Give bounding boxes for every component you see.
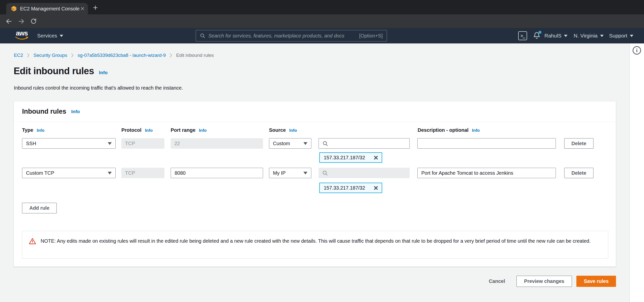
region-label: N. Virginia bbox=[574, 33, 598, 39]
breadcrumb-ec2[interactable]: EC2 bbox=[14, 53, 23, 58]
chevron-down-icon bbox=[108, 172, 112, 175]
column-header-protocol: ProtocolInfo bbox=[121, 127, 152, 133]
cidr-chip-row2: 157.33.217.187/32 × bbox=[319, 183, 382, 193]
tab-title: EC2 Management Console bbox=[20, 6, 80, 12]
description-input-row1[interactable] bbox=[417, 138, 556, 149]
cancel-button[interactable]: Cancel bbox=[489, 278, 505, 284]
search-icon bbox=[200, 33, 205, 39]
inbound-rules-panel: Inbound rules Info TypeInfo ProtocolInfo… bbox=[14, 101, 616, 267]
screen: EC2 Management Console × + console.aws.a… bbox=[0, 0, 644, 302]
forward-icon[interactable] bbox=[18, 18, 25, 25]
aws-favicon-icon bbox=[11, 6, 16, 12]
aws-logo[interactable]: aws bbox=[14, 30, 29, 41]
services-label: Services bbox=[37, 33, 57, 39]
chevron-down-icon bbox=[304, 142, 308, 145]
chevron-right-icon bbox=[170, 53, 172, 58]
add-rule-button[interactable]: Add rule bbox=[22, 203, 57, 213]
browser-tab-bar: EC2 Management Console × + bbox=[0, 0, 644, 14]
support-label: Support bbox=[609, 33, 628, 39]
source-info-link[interactable]: Info bbox=[289, 128, 297, 133]
chevron-right-icon bbox=[27, 53, 30, 58]
search-icon bbox=[322, 170, 328, 176]
support-menu[interactable]: Support bbox=[609, 28, 633, 43]
panel-title: Inbound rules bbox=[22, 108, 66, 115]
aws-search-input[interactable]: Search for services, features, marketpla… bbox=[196, 30, 387, 41]
preview-changes-button[interactable]: Preview changes bbox=[516, 276, 572, 287]
new-tab-button[interactable]: + bbox=[93, 3, 98, 13]
account-menu[interactable]: RahulS bbox=[544, 28, 568, 43]
search-placeholder: Search for services, features, marketpla… bbox=[208, 33, 356, 39]
page-title-info-link[interactable]: Info bbox=[99, 70, 108, 75]
remove-cidr-icon[interactable]: × bbox=[374, 154, 378, 161]
delete-button-row1[interactable]: Delete bbox=[564, 138, 594, 149]
save-rules-button[interactable]: Save rules bbox=[576, 276, 616, 287]
description-input-row2[interactable]: Port for Apache Tomcat to access Jenkins bbox=[417, 168, 556, 178]
form-actions: Cancel Preview changes Save rules bbox=[14, 276, 616, 287]
chevron-right-icon bbox=[71, 53, 74, 58]
port-field-row1: 22 bbox=[171, 138, 263, 149]
source-select-row2[interactable]: My IP bbox=[269, 168, 311, 178]
services-menu[interactable]: Services bbox=[37, 28, 63, 43]
back-icon[interactable] bbox=[6, 18, 12, 25]
type-value-row1: SSH bbox=[26, 141, 36, 146]
page-subtitle: Inbound rules control the incoming traff… bbox=[14, 85, 183, 91]
type-value-row2: Custom TCP bbox=[26, 170, 54, 176]
column-header-port-range: Port rangeInfo bbox=[171, 127, 206, 133]
aws-nav-bar: aws Services Search for services, featur… bbox=[0, 28, 644, 43]
notification-dot bbox=[538, 31, 542, 34]
source-select-row1[interactable]: Custom bbox=[269, 138, 311, 149]
chevron-down-icon bbox=[630, 35, 633, 37]
port-input-row2[interactable]: 8080 bbox=[171, 168, 263, 178]
type-select-row1[interactable]: SSH bbox=[22, 138, 116, 149]
cloudshell-icon[interactable]: >_ bbox=[518, 31, 527, 40]
source-search-row2 bbox=[318, 168, 410, 178]
panel-info-link[interactable]: Info bbox=[71, 109, 80, 114]
column-header-description: Description - optionalInfo bbox=[418, 127, 480, 133]
source-search-row1[interactable] bbox=[318, 138, 410, 149]
page-title: Edit inbound rules bbox=[14, 66, 94, 76]
column-header-type: TypeInfo bbox=[22, 127, 44, 133]
chevron-down-icon bbox=[600, 35, 604, 37]
breadcrumb-security-groups[interactable]: Security Groups bbox=[34, 53, 67, 58]
tab-close-icon[interactable]: × bbox=[80, 5, 84, 12]
search-icon bbox=[322, 141, 328, 146]
type-info-link[interactable]: Info bbox=[37, 128, 44, 133]
cidr-value-row2: 157.33.217.187/32 bbox=[324, 185, 365, 191]
cidr-chip-row1: 157.33.217.187/32 × bbox=[319, 152, 382, 163]
source-value-row2: My IP bbox=[273, 170, 286, 176]
chevron-down-icon bbox=[60, 35, 63, 37]
column-header-source: SourceInfo bbox=[269, 127, 297, 133]
info-circle-icon[interactable]: i bbox=[632, 46, 641, 55]
remove-cidr-icon[interactable]: × bbox=[374, 184, 378, 192]
description-info-link[interactable]: Info bbox=[472, 128, 480, 133]
breadcrumb-current: Edit inbound rules bbox=[176, 53, 214, 58]
cidr-value-row1: 157.33.217.187/32 bbox=[324, 155, 365, 161]
delete-button-row2[interactable]: Delete bbox=[564, 168, 594, 178]
search-shortcut: [Option+S] bbox=[359, 33, 383, 39]
breadcrumb: EC2 Security Groups sg-07a5b5339d623cba8… bbox=[14, 53, 214, 58]
note-text: NOTE: Any edits made on existing rules w… bbox=[40, 237, 591, 252]
aws-logo-text: aws bbox=[14, 30, 29, 37]
chevron-down-icon bbox=[304, 172, 308, 175]
notifications-bell-icon[interactable] bbox=[532, 31, 542, 40]
protocol-info-link[interactable]: Info bbox=[145, 128, 152, 133]
warning-triangle-icon bbox=[29, 237, 36, 252]
port-range-info-link[interactable]: Info bbox=[199, 128, 206, 133]
protocol-field-row1: TCP bbox=[121, 138, 164, 149]
source-value-row1: Custom bbox=[273, 141, 290, 146]
breadcrumb-security-group-id[interactable]: sg-07a5b5339d623cba8 - launch-wizard-9 bbox=[78, 53, 166, 58]
browser-tab[interactable]: EC2 Management Console × bbox=[6, 3, 88, 14]
panel-header: Inbound rules Info bbox=[14, 101, 616, 122]
account-label: RahulS bbox=[544, 33, 562, 39]
protocol-field-row2: TCP bbox=[121, 168, 164, 178]
note-box: NOTE: Any edits made on existing rules w… bbox=[22, 231, 608, 259]
chevron-down-icon bbox=[108, 142, 112, 145]
type-select-row2[interactable]: Custom TCP bbox=[22, 168, 116, 178]
browser-toolbar: console.aws.amazon.com/ec2/v2/home?regio… bbox=[0, 14, 644, 28]
help-panel-strip bbox=[630, 43, 644, 302]
chevron-down-icon bbox=[564, 35, 568, 37]
reload-icon[interactable] bbox=[30, 18, 37, 25]
region-menu[interactable]: N. Virginia bbox=[574, 28, 604, 43]
aws-smile-icon bbox=[15, 37, 29, 40]
